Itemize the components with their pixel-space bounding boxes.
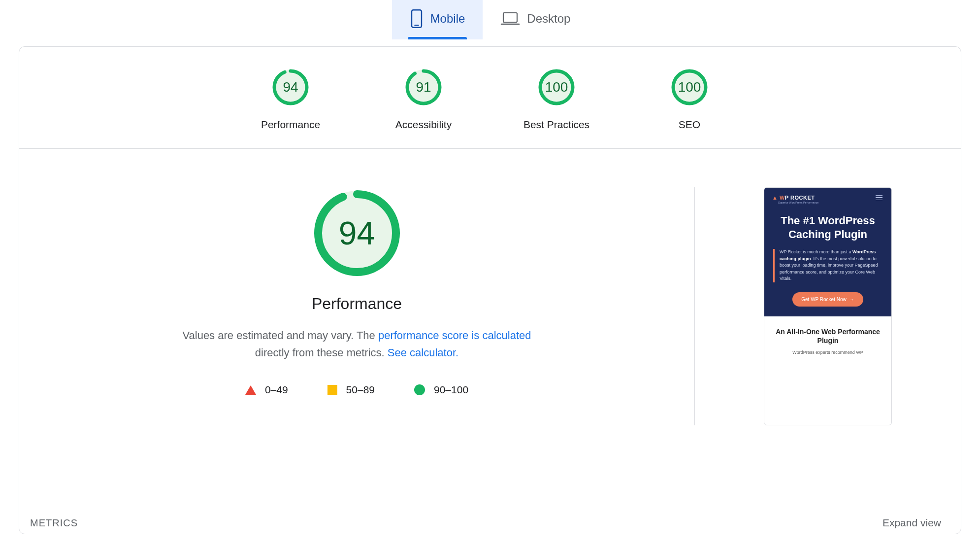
hamburger-icon [876,195,882,201]
gauge: 100 [537,68,576,107]
tab-desktop[interactable]: Desktop [483,0,588,39]
gauge: 100 [670,68,709,107]
score-legend: 0–49 50–89 90–100 [245,384,468,396]
gauge-value: 91 [404,68,443,107]
gauge-value: 100 [670,68,709,107]
thumb-sub-heading: An All-In-One Web Performance Plugin [769,327,886,346]
performance-title: Performance [312,295,402,313]
performance-gauge-large: 94 [311,187,403,279]
metrics-title: METRICS [30,517,78,529]
page-preview: ▲ WP ROCKET Superior WordPress Performan… [695,187,961,425]
legend-low: 0–49 [245,384,288,396]
tab-mobile[interactable]: Mobile [392,0,483,39]
svg-rect-2 [503,13,517,22]
thumb-cta-button: Get WP Rocket Now→ [792,292,863,307]
gauge: 94 [271,68,310,107]
legend-high: 90–100 [414,384,468,396]
smartphone-icon [410,9,424,29]
score-calculation-link[interactable]: performance score is calculated [378,329,531,342]
main-area: 94 Performance Values are estimated and … [19,149,961,425]
gauge-seo[interactable]: 100 SEO [653,68,726,131]
gauge-label: Best Practices [523,119,589,131]
gauge-value: 94 [271,68,310,107]
gauge-label: SEO [679,119,700,131]
gauge-performance[interactable]: 94 Performance [254,68,327,131]
laptop-icon [500,11,520,27]
thumb-brand: ▲ WP ROCKET [772,195,883,201]
performance-block: 94 Performance Values are estimated and … [19,187,695,425]
square-icon [327,385,337,395]
thumb-sub-text: WordPress experts recommend WP [769,350,886,355]
see-calculator-link[interactable]: See calculator. [388,346,458,359]
gauge-accessibility[interactable]: 91 Accessibility [387,68,460,131]
gauge-best-practices[interactable]: 100 Best Practices [520,68,593,131]
page-thumbnail: ▲ WP ROCKET Superior WordPress Performan… [764,187,892,425]
tab-desktop-label: Desktop [527,12,570,26]
metrics-header: METRICS Expand view [19,512,961,534]
thumb-hero: ▲ WP ROCKET Superior WordPress Performan… [764,188,891,316]
performance-value: 94 [311,187,403,279]
expand-view-button[interactable]: Expand view [882,517,941,529]
tab-mobile-label: Mobile [430,12,465,26]
gauge-label: Accessibility [395,119,452,131]
gauge: 91 [404,68,443,107]
gauge-label: Performance [261,119,320,131]
performance-description: Values are estimated and may vary. The p… [165,327,549,361]
legend-mid: 50–89 [327,384,375,396]
gauges-row: 94 Performance 91 Accessibility 100 [19,47,961,149]
gauge-value: 100 [537,68,576,107]
thumb-body: WP Rocket is much more than just a WordP… [773,249,882,282]
triangle-icon [245,385,256,395]
tabs: Mobile Desktop [0,0,980,39]
thumb-lower: An All-In-One Web Performance Plugin Wor… [764,316,891,360]
thumb-heading: The #1 WordPress Caching Plugin [772,214,883,241]
circle-icon [414,384,425,395]
results-panel: 94 Performance 91 Accessibility 100 [19,46,961,534]
